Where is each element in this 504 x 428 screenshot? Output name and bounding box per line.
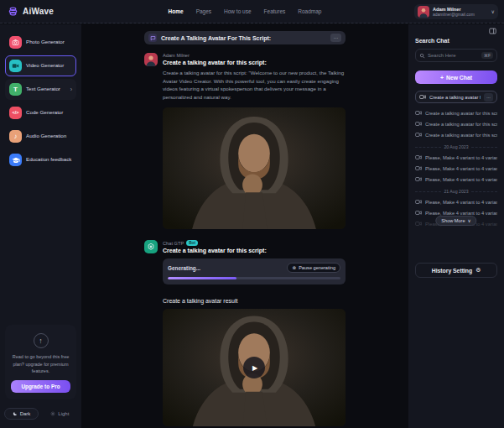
active-chat-item[interactable]: Create a talking avatar for this scrip …: [415, 91, 497, 103]
nav-features[interactable]: Features: [264, 8, 286, 14]
sidebar-item-code-generator[interactable]: </> Code Generator: [5, 102, 76, 123]
message-title: Create a talking avatar for this script:: [163, 60, 346, 65]
sidebar-item-audio-generation[interactable]: ♪ Audio Generation: [5, 126, 76, 147]
bot-message: Chat GTP Bot Create a talking avatar for…: [144, 240, 346, 428]
video-camera-icon: [415, 176, 422, 182]
sidebar-item-video-generator[interactable]: Video Generator: [5, 55, 76, 76]
video-generator-icon: [9, 60, 22, 72]
chat-bubble-icon: [148, 34, 157, 42]
nav-home[interactable]: Home: [169, 8, 184, 14]
left-sidebar: Photo Generator Video Generator T Text G…: [0, 24, 81, 428]
code-generator-icon: </>: [9, 107, 22, 119]
search-chat-label: Search Chat: [415, 38, 497, 44]
theme-dark-button[interactable]: Dark: [4, 408, 39, 420]
theme-toggle: Dark Light: [5, 408, 76, 420]
generating-box: Generating... ⊗ Pause generating: [163, 258, 346, 284]
search-shortcut-badge: ⌘F: [481, 52, 493, 59]
video-camera-icon: [415, 110, 422, 116]
video-camera-icon: [415, 132, 422, 138]
audio-generation-icon: ♪: [9, 130, 22, 143]
theme-light-button[interactable]: Light: [42, 408, 77, 420]
history-setting-button[interactable]: History Setting ⚙: [415, 263, 497, 278]
video-camera-icon: [415, 165, 422, 171]
user-email: adamilner@gmail.com: [433, 12, 488, 17]
message-author: Adam Milner: [163, 53, 346, 58]
play-button[interactable]: ▶: [243, 357, 265, 378]
upgrade-to-pro-button[interactable]: Upgrade to Pro: [11, 380, 70, 393]
sidebar-item-education-feedback[interactable]: Education feedback: [5, 149, 76, 170]
search-icon: [419, 53, 425, 59]
chevron-right-icon: ›: [70, 86, 72, 92]
nav-how-to-use[interactable]: How to use: [224, 8, 252, 14]
chat-options-button[interactable]: …: [330, 34, 341, 42]
top-nav: Home Pages How to use Features Roadmap: [81, 0, 408, 23]
show-more-button[interactable]: Show More ∨: [435, 216, 476, 226]
top-bar-right: Adam Milner adamilner@gmail.com ∨: [408, 0, 504, 23]
result-label: Create a talking avatar result: [163, 298, 346, 304]
video-camera-icon: [415, 199, 422, 205]
history-item[interactable]: Create a talking avatar for this scrip: [415, 107, 497, 118]
chat-title: Create A Talking Avatar For This Script:: [161, 35, 326, 41]
message-body: Create a talking avatar for this script:…: [163, 69, 346, 101]
user-message: Adam Milner Create a talking avatar for …: [144, 53, 346, 229]
chevron-down-icon: ∨: [491, 8, 495, 14]
brand-name: AiWave: [23, 7, 54, 16]
sidebar-item-text-generator[interactable]: T Text Generator ›: [5, 79, 76, 100]
bot-badge: Bot: [186, 240, 198, 246]
aiwave-logo-icon: [8, 6, 18, 17]
gear-icon: ⚙: [475, 267, 481, 274]
plus-icon: +: [440, 75, 444, 81]
nav-pages[interactable]: Pages: [196, 8, 211, 14]
date-divider: 20 Aug 2023: [415, 144, 497, 149]
search-input[interactable]: [428, 53, 479, 58]
photo-generator-icon: [9, 36, 22, 49]
pause-generating-button[interactable]: ⊗ Pause generating: [287, 263, 340, 273]
date-divider: 21 Aug 2023: [415, 189, 497, 194]
app-window: AiWave Home Pages How to use Features Ro…: [0, 0, 504, 428]
right-sidebar: Search Chat ⌘F + New Chat Create a talki…: [408, 24, 504, 428]
video-camera-icon: [415, 154, 422, 160]
generation-progress-fill: [168, 277, 236, 279]
sun-icon: [50, 411, 55, 416]
generation-progress-bar: [168, 277, 340, 279]
text-generator-icon: T: [9, 83, 22, 96]
video-camera-icon: [419, 94, 426, 100]
user-menu[interactable]: Adam Milner adamilner@gmail.com ∨: [414, 4, 498, 19]
moon-icon: [13, 411, 18, 416]
history-item[interactable]: Create a talking avatar for this scrip: [415, 129, 497, 140]
nav-roadmap[interactable]: Roadmap: [298, 8, 321, 14]
arrow-up-circle-icon: ↑: [34, 333, 49, 348]
video-camera-icon: [415, 210, 422, 216]
sidebar-item-photo-generator[interactable]: Photo Generator: [5, 32, 76, 53]
generating-label: Generating...: [168, 265, 200, 271]
upgrade-text: Read to go beyond this free plan? upgrad…: [11, 353, 70, 374]
video-camera-icon: [415, 221, 422, 227]
search-box: ⌘F: [415, 49, 497, 62]
video-camera-icon: [415, 121, 422, 127]
chatgpt-icon: [144, 240, 158, 253]
main-content: Create A Talking Avatar For This Script:…: [81, 24, 408, 428]
history-item[interactable]: Create a talking avatar for this scrip: [415, 118, 497, 129]
upgrade-card: ↑ Read to go beyond this free plan? upgr…: [5, 325, 76, 399]
brand[interactable]: AiWave: [0, 0, 81, 23]
chat-header: Create A Talking Avatar For This Script:…: [144, 31, 346, 44]
talking-avatar-video: ▶: [163, 309, 346, 426]
history-item[interactable]: Please, Make 4 variant to 4 varian: [415, 174, 497, 185]
chevron-down-icon: ∨: [468, 218, 471, 223]
chat-item-options-button[interactable]: …: [484, 93, 493, 102]
pause-icon: ⊗: [292, 265, 296, 270]
history-item[interactable]: Please, Make 4 variant to 4 varian: [415, 196, 497, 207]
talking-avatar-photo: [163, 107, 346, 229]
top-bar: AiWave Home Pages How to use Features Ro…: [0, 0, 504, 23]
user-avatar: [418, 6, 429, 18]
bot-author: Chat GTP: [163, 241, 184, 246]
collapse-panel-icon[interactable]: [488, 27, 497, 35]
history-item[interactable]: Please, Make 4 variant to 4 varian: [415, 152, 497, 163]
new-chat-button[interactable]: + New Chat: [415, 70, 497, 84]
history-item[interactable]: Please, Make 4 variant to 4 varian: [415, 163, 497, 174]
bot-message-title: Create a talking avatar for this script:: [163, 248, 346, 253]
user-message-avatar: [144, 53, 158, 66]
education-feedback-icon: [9, 154, 22, 166]
chat-history: Create a talking avatar for this scrip C…: [415, 107, 497, 229]
